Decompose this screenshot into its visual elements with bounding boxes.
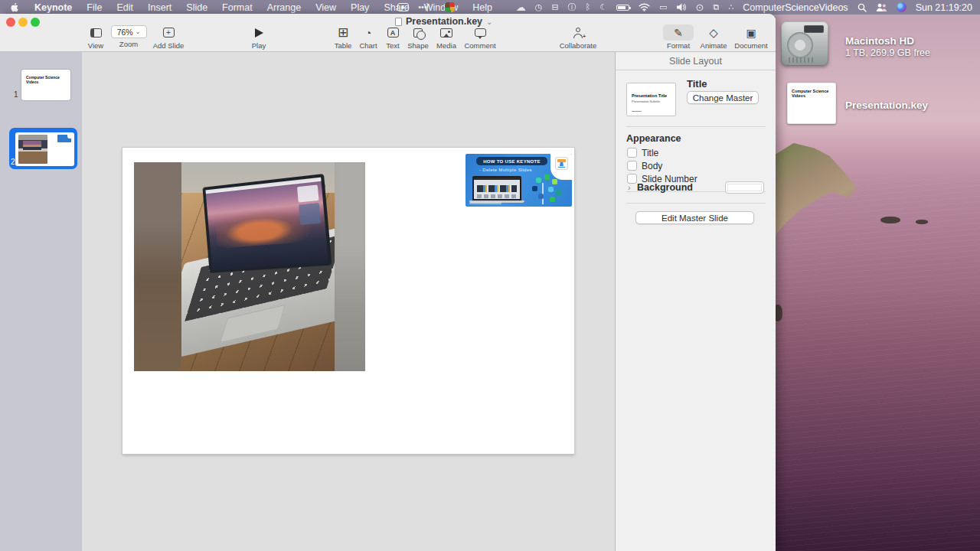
animate-button[interactable]: ◇ Animate [694,25,733,51]
title-checkbox-label[interactable]: Title [642,148,658,158]
background-disclosure-icon[interactable]: › [628,183,631,192]
menu-item-edit[interactable]: Edit [116,2,133,13]
display-icon[interactable]: ▭ [659,3,667,11]
slide-1-thumb-text: Computer Science Videos [26,75,61,84]
info-icon[interactable]: ⓘ [568,3,577,11]
add-slide-button[interactable]: + Add Slide [145,25,191,51]
apple-menu-icon[interactable] [10,2,20,13]
presentation-file-icon[interactable]: Computer Science Videos [787,83,836,124]
format-label: Format [658,41,698,50]
divider [626,203,766,204]
edit-master-slide-button[interactable]: Edit Master Slide [635,211,754,224]
do-not-disturb-icon[interactable]: ☾ [599,3,607,11]
master-slide-thumbnail[interactable]: Presentation Title Presentation Subtitle [626,83,676,116]
document-proxy-icon[interactable] [395,18,402,26]
hd-grill [789,57,815,63]
change-master-button[interactable]: Change Master [687,91,759,104]
collaborate-button[interactable]: + Collaborate [551,25,605,51]
menu-item-play[interactable]: Play [351,2,369,13]
zoom-label: Zoom [106,40,152,48]
document-button[interactable]: ▣ Document [729,25,773,51]
wallpaper-rock [916,220,928,224]
zoom-dropdown[interactable]: 76% ⌄ [111,25,147,38]
thumb-app-dot [532,186,537,191]
siri-icon[interactable] [897,2,906,12]
cloud-icon[interactable]: ☁ [516,2,526,12]
zoom-value: 76% [117,28,133,37]
master-subtitle-text: Presentation Subtitle [632,99,660,103]
comment-label: Comment [457,41,503,50]
video-thumbnail-image[interactable]: HOW TO USE KEYNOTE - Delete Multiple Sli… [466,154,572,207]
time-machine-icon[interactable]: ◷ [535,3,543,11]
format-icon: ✎ [658,25,698,40]
battery-icon[interactable] [616,5,629,11]
user-switch-icon[interactable] [876,3,887,12]
macintosh-hd-info: 1 TB, 269.9 GB free [845,47,930,58]
close-button[interactable] [6,18,15,27]
thumb-title-pill: HOW TO USE KEYNOTE [476,157,547,165]
logged-in-user[interactable]: ComputerScienceVideos [743,2,848,13]
ocean-texture [776,176,980,551]
master-footer-line [632,111,642,112]
menu-item-format[interactable]: Format [222,2,253,13]
body-checkbox[interactable] [627,161,637,171]
keyboard-brightness-icon[interactable]: ∴ [728,3,733,11]
bluetooth-icon[interactable]: ᛒ [586,3,591,11]
sidecar-icon[interactable]: ⊟ [551,3,558,11]
menu-item-arrange[interactable]: Arrange [267,2,301,13]
thumb-app-dot [552,179,557,184]
spotlight-search-icon[interactable] [858,3,867,12]
thumb-app-dot [556,190,561,195]
fullscreen-button[interactable] [31,18,40,27]
battery-fill [618,6,626,9]
presentation-file-label[interactable]: Presentation.key [845,99,928,111]
zoom-control[interactable]: 76% ⌄ Zoom [106,25,152,51]
wifi-icon[interactable] [639,3,650,11]
add-slide-label: Add Slide [145,41,191,50]
slide-1-thumbnail[interactable]: Computer Science Videos [21,70,70,100]
format-button[interactable]: ✎ Format [658,25,698,51]
menu-item-slide[interactable]: Slide [186,2,207,13]
text-icon: A [387,28,399,37]
menu-app-name[interactable]: Keynote [34,2,72,13]
shape-icon [413,28,423,37]
slide-2-thumbnail[interactable] [15,132,74,166]
title-chevron-icon[interactable]: ⌄ [486,18,492,26]
menu-bar-clock[interactable]: Sun 21:19:20 [916,2,972,13]
background-heading[interactable]: Background [637,182,693,193]
menu-item-file[interactable]: File [87,2,102,13]
keynote-app-icon [555,157,568,170]
menu-item-insert[interactable]: Insert [148,2,172,13]
collaborate-label: Collaborate [551,41,605,50]
stage-manager-icon[interactable]: ⧉ [713,3,719,11]
background-color-well[interactable] [725,181,764,194]
document-icon: ▣ [729,25,773,40]
minimize-button[interactable] [18,18,28,27]
slide-canvas[interactable]: HOW TO USE KEYNOTE - Delete Multiple Sli… [82,52,615,551]
screen-record-icon[interactable] [397,3,409,11]
play-label: Play [240,41,278,50]
slide-1-number: 1 [14,90,18,99]
add-slide-icon: + [163,28,175,37]
macintosh-hd-icon[interactable] [781,21,828,66]
screen-mirroring-icon[interactable]: ⊙ [696,2,704,12]
body-checkbox-label[interactable]: Body [642,161,662,171]
animate-icon: ◇ [694,25,733,40]
document-label: Document [729,41,773,50]
macbook-photo[interactable] [134,162,365,371]
volume-icon[interactable] [677,3,687,11]
chevron-down-icon: ⌄ [136,28,141,35]
play-button[interactable]: Play [240,25,278,51]
macintosh-hd-label[interactable]: Macintosh HD [845,35,914,47]
third-party-app-icon[interactable] [445,2,455,12]
title-checkbox[interactable] [627,148,637,158]
menu-bar-status: •••⎸ ☁ ◷ ⊟ ⓘ ᛒ ☾ ▭ ⊙ ⧉ ∴ ComputerScience… [397,0,980,15]
play-icon [255,28,263,37]
hd-platter [787,32,813,58]
more-status-icon[interactable]: •••⎸ [418,3,436,11]
menu-item-view[interactable]: View [315,2,336,13]
view-icon [90,28,102,37]
photo-blur-right [332,162,365,371]
comment-button[interactable]: Comment [457,25,503,51]
current-slide[interactable]: HOW TO USE KEYNOTE - Delete Multiple Sli… [122,148,574,454]
